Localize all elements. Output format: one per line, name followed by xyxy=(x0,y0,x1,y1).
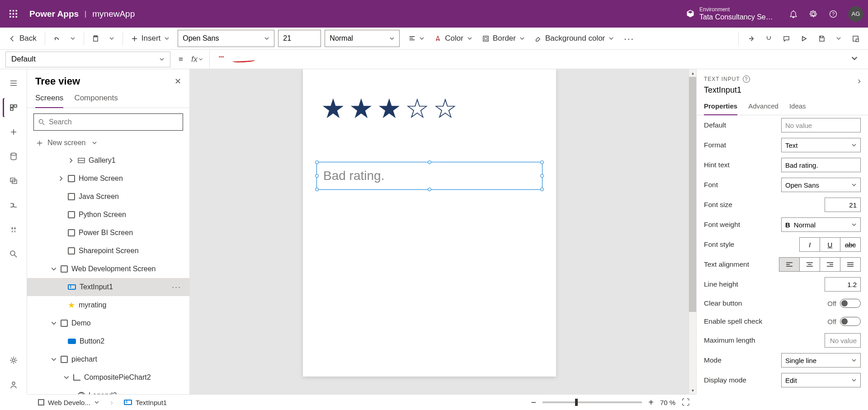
settings-icon[interactable] xyxy=(808,9,818,19)
rating-control[interactable]: ★ ★ ★ ☆ ☆ xyxy=(321,95,458,123)
prop-fontstyle[interactable]: I U abc xyxy=(799,237,861,252)
undo-button[interactable] xyxy=(49,30,65,47)
color-button[interactable]: Color xyxy=(430,30,477,47)
tree-item-button2[interactable]: Button2 xyxy=(27,332,189,350)
rail-flow[interactable] xyxy=(3,196,24,215)
waffle-icon[interactable] xyxy=(5,5,23,23)
font-family-select[interactable]: Open Sans xyxy=(178,30,274,47)
zoom-out[interactable]: − xyxy=(531,397,537,408)
rail-search[interactable] xyxy=(3,245,24,264)
user-avatar[interactable]: AG xyxy=(848,6,863,22)
breadcrumb-screen[interactable]: Web Develo... xyxy=(33,395,104,410)
textinput-control[interactable]: Bad rating. xyxy=(316,162,542,190)
prop-font[interactable]: Open Sans xyxy=(781,178,861,192)
tab-screens[interactable]: Screens xyxy=(35,94,63,108)
publish-button[interactable] xyxy=(848,30,863,47)
bgcolor-button[interactable]: Background color xyxy=(530,30,618,47)
prop-fontsize[interactable]: 21 xyxy=(825,198,861,212)
rail-insert[interactable] xyxy=(3,123,24,141)
tree-item-gallery[interactable]: Gallery1 xyxy=(27,151,189,170)
app-name[interactable]: Power Apps xyxy=(29,9,79,19)
tab-ideas[interactable]: Ideas xyxy=(789,102,806,115)
breadcrumb-control[interactable]: TextInput1 xyxy=(119,395,171,410)
zoom-in[interactable]: + xyxy=(648,397,654,408)
control-name[interactable]: TextInput1 xyxy=(704,85,750,95)
prop-maxlen[interactable]: No value xyxy=(825,333,861,348)
tree-item-textinput[interactable]: TextInput1 ··· xyxy=(27,278,189,296)
rail-tree[interactable] xyxy=(3,98,24,117)
tab-properties[interactable]: Properties xyxy=(704,102,737,115)
align-right[interactable] xyxy=(820,257,840,272)
paste-button[interactable] xyxy=(88,30,104,47)
more-button[interactable]: ··· xyxy=(619,30,639,47)
rail-hamburger[interactable] xyxy=(3,74,24,93)
preview-button[interactable] xyxy=(796,30,812,47)
align-button[interactable] xyxy=(404,30,429,47)
tree-item-powerbi[interactable]: Power BI Screen xyxy=(27,224,189,242)
rail-media[interactable] xyxy=(3,171,24,190)
font-size-select[interactable]: 21 xyxy=(278,30,321,47)
rail-settings[interactable] xyxy=(3,351,24,370)
tree-item-python[interactable]: Python Screen xyxy=(27,206,189,224)
italic-button[interactable]: I xyxy=(799,237,820,252)
insert-button[interactable]: Insert xyxy=(127,30,175,47)
align-justify[interactable] xyxy=(840,257,861,272)
underline-button[interactable]: U xyxy=(820,237,840,252)
prop-default[interactable]: No value xyxy=(781,118,861,132)
info-icon[interactable]: ? xyxy=(743,75,750,83)
prop-clear-toggle[interactable] xyxy=(840,299,861,308)
tree-item-composite[interactable]: CompositePieChart2 xyxy=(27,368,189,386)
undo-menu[interactable] xyxy=(66,30,80,47)
help-icon[interactable]: ? xyxy=(828,9,838,19)
paste-menu[interactable] xyxy=(104,30,119,47)
notifications-icon[interactable] xyxy=(788,9,798,19)
new-screen-button[interactable]: New screen xyxy=(27,136,189,151)
tree-item-webdev[interactable]: Web Development Screen xyxy=(27,260,189,278)
strike-button[interactable]: abc xyxy=(840,237,861,252)
align-left[interactable] xyxy=(779,257,800,272)
back-button[interactable]: Back xyxy=(5,30,41,47)
screen-canvas[interactable]: ★ ★ ★ ☆ ☆ Bad rating. xyxy=(303,69,556,377)
save-button[interactable] xyxy=(814,30,830,47)
property-select[interactable]: Default xyxy=(5,52,170,67)
formula-input[interactable]: "" xyxy=(214,50,842,69)
formula-expand[interactable] xyxy=(846,55,863,64)
border-button[interactable]: Border xyxy=(478,30,529,47)
prop-align[interactable] xyxy=(779,257,861,272)
panel-collapse[interactable]: › xyxy=(858,75,861,86)
prop-fontweight[interactable]: BNormal xyxy=(781,217,861,232)
tree-item-sharepoint[interactable]: Sharepoint Screen xyxy=(27,242,189,260)
prop-mode[interactable]: Single line xyxy=(781,353,861,368)
tree-item-piechart[interactable]: piechart xyxy=(27,350,189,368)
comments-button[interactable] xyxy=(778,30,794,47)
tree-item-myrating[interactable]: ★ myrating xyxy=(27,296,189,314)
save-menu[interactable] xyxy=(831,30,846,47)
prop-spell-toggle[interactable] xyxy=(840,317,861,326)
tree-item-home[interactable]: Home Screen xyxy=(27,170,189,188)
tab-components[interactable]: Components xyxy=(74,94,118,108)
canvas-scrollbar[interactable]: ▴ ▾ xyxy=(689,69,696,394)
search-input[interactable] xyxy=(49,118,178,126)
prop-display[interactable]: Edit xyxy=(781,373,861,387)
tree-item-demo[interactable]: Demo xyxy=(27,314,189,332)
prop-lineheight[interactable]: 1.2 xyxy=(825,277,861,292)
tree-close[interactable]: ✕ xyxy=(175,76,181,86)
align-center[interactable] xyxy=(799,257,820,272)
rail-tools[interactable] xyxy=(3,220,24,239)
zoom-slider[interactable] xyxy=(542,401,642,403)
font-weight-select[interactable]: Normal xyxy=(325,30,400,47)
file-name[interactable]: mynewApp xyxy=(92,9,135,19)
checker-button[interactable] xyxy=(761,30,777,47)
item-more[interactable]: ··· xyxy=(172,283,181,292)
tree-item-legend[interactable]: Legend2 xyxy=(27,386,189,394)
tab-advanced[interactable]: Advanced xyxy=(748,102,778,115)
tree-item-java[interactable]: Java Screen xyxy=(27,188,189,206)
fit-screen[interactable]: ⛶ xyxy=(682,398,690,407)
prop-format[interactable]: Text xyxy=(781,138,861,152)
share-button[interactable] xyxy=(743,30,759,47)
prop-hint[interactable]: Bad rating. xyxy=(781,158,861,172)
rail-data[interactable] xyxy=(3,147,24,166)
fx-label[interactable]: fx xyxy=(191,50,210,69)
rail-virtual-agent[interactable] xyxy=(3,375,24,394)
canvas-area[interactable]: ★ ★ ★ ☆ ☆ Bad rating. ▴ ▾ xyxy=(190,69,696,394)
